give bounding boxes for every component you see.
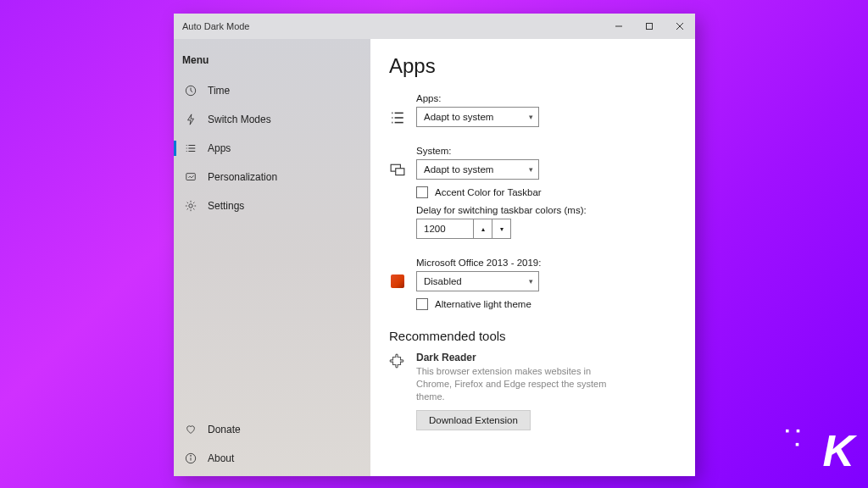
- svg-point-12: [189, 204, 192, 208]
- brush-icon: [184, 170, 198, 184]
- sidebar-item-label: Personalization: [208, 171, 277, 183]
- apps-select-value: Adapt to system: [424, 112, 493, 122]
- sidebar-item-apps[interactable]: Apps: [174, 134, 370, 163]
- maximize-button[interactable]: [634, 14, 665, 39]
- office-select-value: Disabled: [424, 276, 462, 286]
- minimize-button[interactable]: [604, 14, 634, 39]
- system-select-value: Adapt to system: [424, 164, 493, 175]
- system-label: System:: [416, 146, 676, 156]
- office-icon: [389, 258, 406, 317]
- svg-point-15: [191, 456, 192, 457]
- sidebar-bottom: Donate About: [174, 415, 370, 476]
- delay-input[interactable]: 1200: [416, 219, 474, 239]
- accent-checkbox[interactable]: [416, 186, 428, 198]
- list-icon: [389, 93, 406, 134]
- window-title: Auto Dark Mode: [174, 21, 249, 31]
- monitor-icon: [389, 146, 406, 246]
- sidebar-item-switch-modes[interactable]: Switch Modes: [174, 105, 370, 134]
- brand-dots: ▪ ▪ ▪: [785, 424, 802, 451]
- apps-select[interactable]: Adapt to system ▾: [416, 107, 539, 127]
- download-extension-button[interactable]: Download Extension: [416, 410, 531, 430]
- chevron-down-icon: ▾: [529, 113, 533, 121]
- recommended-heading: Recommended tools: [389, 329, 676, 343]
- sidebar-item-label: About: [208, 452, 234, 464]
- sidebar-item-label: Time: [208, 85, 230, 97]
- sidebar-item-about[interactable]: About: [174, 444, 370, 473]
- sidebar-item-label: Switch Modes: [208, 114, 271, 125]
- list-icon: [184, 141, 198, 155]
- delay-spinner: 1200 ▴ ▾: [416, 219, 676, 239]
- lightning-icon: [184, 113, 198, 126]
- spinner-up-button[interactable]: ▴: [474, 219, 492, 239]
- spinner-down-button[interactable]: ▾: [492, 219, 511, 239]
- tool-dark-reader: Dark Reader This browser extension makes…: [389, 352, 676, 430]
- alt-light-checkbox[interactable]: [416, 298, 428, 310]
- window-body: Menu Time Switch Modes Apps: [174, 39, 695, 476]
- menu-heading: Menu: [174, 44, 370, 76]
- titlebar: Auto Dark Mode: [174, 14, 695, 39]
- office-select[interactable]: Disabled ▾: [416, 271, 539, 291]
- delay-label: Delay for switching taskbar colors (ms):: [416, 205, 676, 215]
- info-icon: [184, 452, 198, 465]
- alt-light-checkbox-row[interactable]: Alternative light theme: [416, 298, 676, 310]
- sidebar-item-label: Apps: [208, 142, 231, 154]
- window-controls: [604, 14, 695, 39]
- sidebar-item-donate[interactable]: Donate: [174, 415, 370, 444]
- sidebar-item-label: Settings: [208, 200, 244, 212]
- section-system: System: Adapt to system ▾ Accent Color f…: [389, 146, 676, 246]
- app-window: Auto Dark Mode Menu Time: [174, 14, 695, 476]
- tool-description: This browser extension makes websites in…: [416, 365, 628, 403]
- section-office: Microsoft Office 2013 - 2019: Disabled ▾…: [389, 258, 676, 317]
- page-title: Apps: [389, 54, 676, 78]
- svg-rect-23: [396, 169, 404, 175]
- sidebar-item-label: Donate: [208, 424, 241, 435]
- sidebar: Menu Time Switch Modes Apps: [174, 39, 370, 476]
- brand-logo: K: [822, 425, 853, 476]
- apps-label: Apps:: [416, 93, 676, 103]
- main-panel: Apps Apps: Adapt to system ▾: [370, 39, 695, 476]
- sidebar-item-personalization[interactable]: Personalization: [174, 163, 370, 191]
- accent-checkbox-label: Accent Color for Taskbar: [435, 187, 542, 197]
- tool-name: Dark Reader: [416, 352, 628, 363]
- section-apps: Apps: Adapt to system ▾: [389, 93, 676, 134]
- alt-light-label: Alternative light theme: [435, 299, 531, 309]
- sidebar-item-settings[interactable]: Settings: [174, 191, 370, 220]
- chevron-down-icon: ▾: [529, 277, 533, 286]
- system-select[interactable]: Adapt to system ▾: [416, 159, 539, 180]
- office-label: Microsoft Office 2013 - 2019:: [416, 258, 676, 268]
- gear-icon: [184, 199, 198, 213]
- clock-icon: [184, 84, 198, 97]
- close-button[interactable]: [665, 14, 695, 39]
- heart-icon: [184, 423, 198, 436]
- sidebar-item-time[interactable]: Time: [174, 76, 370, 105]
- puzzle-icon: [389, 352, 406, 430]
- svg-rect-1: [647, 24, 653, 30]
- accent-color-checkbox-row[interactable]: Accent Color for Taskbar: [416, 186, 676, 198]
- chevron-down-icon: ▾: [529, 165, 533, 174]
